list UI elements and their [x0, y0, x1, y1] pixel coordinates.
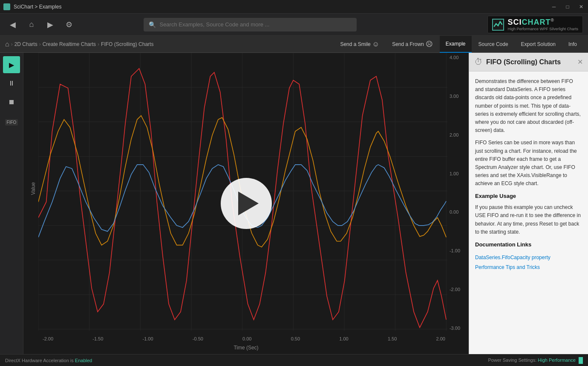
y-label-neg1: -1.00	[450, 248, 460, 253]
smile-icon: ☺	[372, 40, 379, 48]
info-description-2: FIFO Series can be used in more ways tha…	[475, 139, 582, 188]
y-label-neg2: -2.00	[450, 287, 460, 292]
example-usage-text: If you pause this example you can unchec…	[475, 203, 582, 236]
chart-wrapper: 4.00 3.00 2.00 1.00 0.00 -1.00 -2.00 -3.…	[23, 53, 469, 354]
fifo-button[interactable]: FIFO	[5, 119, 18, 126]
play-button[interactable]: ▶	[3, 56, 20, 73]
stop-button[interactable]: ⏹	[3, 94, 20, 111]
send-smile-label: Send a Smile	[340, 41, 370, 47]
status-high-perf: High Performance	[538, 357, 576, 362]
logo-area: SCICHART® High Performance WPF Silverlig…	[487, 16, 583, 33]
x-label-1-5: 1.50	[388, 336, 397, 341]
send-frown-label: Send a Frown	[392, 41, 424, 47]
info-panel: ⏱ FIFO (Scrolling) Charts ✕ Demonstrates…	[469, 53, 588, 354]
home-button[interactable]: ⌂	[24, 17, 39, 32]
x-label-2: 2.00	[436, 336, 445, 341]
source-code-tab[interactable]: Source Code	[473, 36, 514, 53]
send-frown-button[interactable]: Send a Frown ☹	[386, 36, 439, 53]
x-axis-title: Time (Sec)	[233, 345, 258, 351]
x-label-neg0-5: -0.50	[193, 336, 203, 341]
logo-chart-icon	[492, 19, 504, 31]
x-label-0: 0.00	[242, 336, 251, 341]
title-bar: SciChart > Examples ─ □ ✕	[0, 0, 588, 14]
logo-box: SCICHART® High Performance WPF Silverlig…	[487, 16, 583, 33]
info-label: Info	[568, 41, 577, 47]
back-button[interactable]: ◀	[5, 17, 20, 32]
breadcrumb-fifo-charts[interactable]: FIFO (Scrolling) Charts	[101, 41, 153, 47]
logo-main: SCICHART®	[507, 18, 578, 27]
y-axis-title: Value	[30, 182, 36, 195]
status-enabled: Enabled	[75, 358, 92, 363]
source-code-label: Source Code	[478, 41, 508, 47]
y-label-neg3: -3.00	[450, 326, 460, 331]
status-bar: DirectX Hardware Acceleration is Enabled…	[0, 354, 588, 366]
frown-icon: ☹	[426, 40, 433, 48]
maximize-button[interactable]: □	[561, 0, 574, 14]
logo-text: SCICHART® High Performance WPF Silverlig…	[507, 18, 578, 31]
breadcrumb-realtime-charts[interactable]: Create Realtime Charts	[43, 41, 96, 47]
status-left-text: DirectX Hardware Acceleration is	[5, 358, 74, 363]
minimize-button[interactable]: ─	[547, 0, 561, 14]
settings-button[interactable]: ⚙	[61, 17, 77, 32]
info-body: Demonstrates the difference between FIFO…	[469, 71, 588, 354]
play-overlay[interactable]	[221, 178, 272, 229]
pause-button[interactable]: ⏸	[3, 75, 20, 92]
forward-button[interactable]: ▶	[43, 17, 58, 32]
send-smile-button[interactable]: Send a Smile ☺	[334, 36, 385, 53]
export-solution-tab[interactable]: Export Solution	[515, 36, 562, 53]
app-icon	[3, 3, 10, 10]
x-axis-labels: -2.00 -1.50 -1.00 -0.50 0.00 0.50 1.00 1…	[43, 336, 445, 341]
search-icon: 🔍	[149, 21, 156, 28]
doc-link-2[interactable]: Performance Tips and Tricks	[475, 263, 582, 272]
info-title: FIFO (Scrolling) Charts	[486, 58, 561, 66]
doc-link-1[interactable]: DataSeries.FifoCapacity property	[475, 254, 582, 262]
title-bar-left: SciChart > Examples	[0, 3, 61, 10]
chart-area: 4.00 3.00 2.00 1.00 0.00 -1.00 -2.00 -3.…	[23, 53, 469, 354]
y-axis-labels: 4.00 3.00 2.00 1.00 0.00 -1.00 -2.00 -3.…	[450, 55, 460, 331]
example-tab[interactable]: Example	[440, 36, 472, 53]
x-label-neg1-5: -1.50	[92, 336, 103, 341]
doc-links-title: Documentation Links	[475, 240, 582, 249]
example-label: Example	[446, 41, 466, 47]
y-label-3: 3.00	[450, 94, 460, 99]
x-label-1: 1.00	[339, 336, 348, 341]
search-input[interactable]	[159, 21, 352, 28]
status-left: DirectX Hardware Acceleration is Enabled	[5, 358, 92, 363]
close-button[interactable]: ✕	[574, 0, 588, 14]
title-bar-title: SciChart > Examples	[14, 4, 61, 10]
breadcrumb-2d-charts[interactable]: 2D Charts	[14, 41, 37, 47]
x-label-neg2: -2.00	[43, 336, 53, 341]
info-header-left: ⏱ FIFO (Scrolling) Charts	[474, 57, 561, 67]
toolbar: ◀ ⌂ ▶ ⚙ 🔍 SCICHART® High Performance WPF…	[0, 14, 588, 36]
info-close-button[interactable]: ✕	[577, 58, 583, 66]
play-triangle-icon	[238, 192, 259, 215]
sidebar: ▶ ⏸ ⏹ FIFO	[0, 53, 23, 354]
x-label-neg1: -1.00	[143, 336, 153, 341]
timer-icon: ⏱	[474, 57, 483, 67]
high-perf-icon	[579, 357, 583, 364]
x-label-0-5: 0.50	[291, 336, 300, 341]
doc-links: DataSeries.FifoCapacity property Perform…	[475, 254, 582, 272]
logo-sub: High Performance WPF Silverlight Charts	[507, 27, 578, 31]
status-right-text: Power Saving Settings:	[488, 357, 536, 362]
y-label-0: 0.00	[450, 209, 460, 214]
info-description-1: Demonstrates the difference between FIFO…	[475, 77, 582, 134]
nav-bar: ⌂ › 2D Charts › Create Realtime Charts ›…	[0, 36, 588, 53]
export-solution-label: Export Solution	[521, 41, 556, 47]
status-right: Power Saving Settings: High Performance	[488, 357, 583, 364]
example-usage-title: Example Usage	[475, 192, 582, 201]
info-header: ⏱ FIFO (Scrolling) Charts ✕	[469, 53, 588, 71]
main-content: ▶ ⏸ ⏹ FIFO	[0, 53, 588, 354]
y-label-2: 2.00	[450, 132, 460, 137]
search-box[interactable]: 🔍	[144, 18, 357, 31]
y-label-4: 4.00	[450, 55, 460, 60]
breadcrumb-home[interactable]: ⌂	[5, 40, 9, 48]
y-label-1: 1.00	[450, 171, 460, 176]
info-tab[interactable]: Info	[562, 36, 583, 53]
nav-actions: Send a Smile ☺ Send a Frown ☹ Example So…	[334, 36, 583, 53]
window-controls: ─ □ ✕	[547, 0, 588, 14]
breadcrumb: ⌂ › 2D Charts › Create Realtime Charts ›…	[5, 40, 334, 48]
